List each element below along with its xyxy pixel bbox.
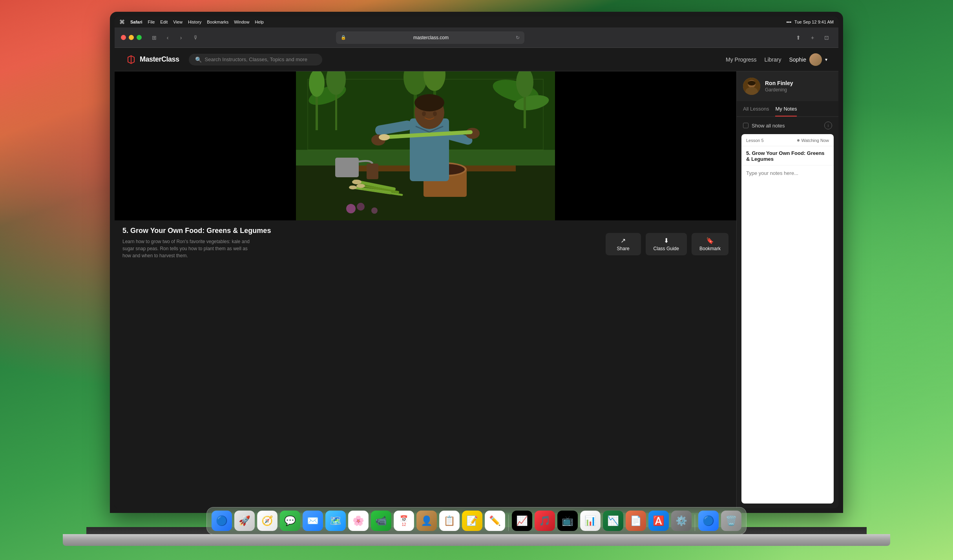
instructor-avatar [743, 78, 760, 95]
address-bar[interactable]: 🔒 masterclass.com ↻ [336, 31, 524, 44]
video-description: Learn how to grow two of Ron's favorite … [122, 238, 256, 259]
svg-point-33 [422, 111, 426, 116]
note-textarea[interactable] [741, 165, 834, 244]
user-avatar [809, 53, 822, 66]
search-bar[interactable]: 🔍 Search Instructors, Classes, Topics an… [189, 54, 322, 65]
download-icon: ⬇ [664, 237, 669, 244]
menu-window[interactable]: Window [234, 20, 249, 24]
menu-bookmarks[interactable]: Bookmarks [207, 20, 228, 24]
dock-trash[interactable]: 🗑️ [721, 511, 741, 531]
chevron-down-icon: ▾ [825, 57, 827, 62]
dock-contacts[interactable]: 👤 [416, 511, 437, 531]
lesson-label: Lesson 5 [746, 138, 764, 143]
sidebar-toggle[interactable]: ⊞ [149, 32, 160, 43]
video-actions: ↗ Share ⬇ Class Guide 🔖 [606, 233, 728, 255]
dock-clean[interactable]: 🔵 [698, 511, 719, 531]
svg-point-44 [357, 203, 365, 211]
watching-label: Watching Now [797, 138, 829, 143]
dock-tv[interactable]: 📺 [557, 511, 578, 531]
video-title: 5. Grow Your Own Food: Greens & Legumes [122, 227, 271, 235]
dock-freeform[interactable]: ✏️ [485, 511, 505, 531]
dock-stocks[interactable]: 📈 [512, 511, 532, 531]
avatar-image [809, 53, 822, 66]
bookmark-button[interactable]: 🔖 Bookmark [692, 233, 728, 255]
user-name: Sophie [789, 56, 806, 63]
dock-numbers[interactable]: 📉 [603, 511, 623, 531]
minimize-button[interactable] [129, 35, 134, 40]
tab-my-notes[interactable]: My Notes [775, 106, 797, 116]
user-menu[interactable]: Sophie ▾ [789, 53, 827, 66]
dock-reminders[interactable]: 📋 [439, 511, 460, 531]
back-button[interactable]: ‹ [162, 32, 173, 43]
instructor-name: Ron Finley [765, 80, 793, 86]
dock-calendar[interactable]: 📅12 [394, 511, 414, 531]
dock-maps[interactable]: 🗺️ [325, 511, 346, 531]
tab-overview-button[interactable]: ⊡ [821, 32, 832, 43]
instructor-subject: Gardening [765, 87, 793, 93]
notes-header: Show all notes i [737, 117, 838, 134]
new-tab-button[interactable]: + [807, 32, 818, 43]
menu-edit[interactable]: Edit [160, 20, 168, 24]
svg-rect-41 [335, 158, 359, 177]
info-icon[interactable]: i [824, 122, 832, 129]
note-card: Lesson 5 Watching Now 5. Grow Your Own F… [741, 134, 834, 504]
dock-facetime[interactable]: 📹 [371, 511, 391, 531]
laptop-body: ⌘ Safari File Edit View History Bookmark… [110, 12, 843, 513]
show-all-checkbox[interactable] [743, 123, 749, 128]
svg-point-45 [371, 207, 378, 214]
dock-messages[interactable]: 💬 [280, 511, 300, 531]
sidebar-tabs: All Lessons My Notes [737, 101, 838, 117]
show-all-label: Show all notes [743, 123, 785, 129]
dock-safari[interactable]: 🧭 [257, 511, 278, 531]
dock-keynote[interactable]: 📊 [580, 511, 601, 531]
dock-finder[interactable]: 🔵 [212, 511, 232, 531]
library-link[interactable]: Library [765, 56, 781, 63]
class-guide-button[interactable]: ⬇ Class Guide [646, 233, 687, 255]
masterclass-logo[interactable]: MasterClass [126, 54, 179, 65]
svg-point-49 [748, 81, 756, 85]
dock: 🔵 🚀 🧭 💬 ✉️ 🗺️ 🌸 📹 📅12 👤 📋 📝 ✏️ [206, 507, 747, 535]
instructor-info: Ron Finley Gardening [765, 80, 793, 93]
svg-point-43 [346, 204, 356, 213]
dock-systemprefs[interactable]: ⚙️ [671, 511, 692, 531]
share-video-button[interactable]: ↗ Share [606, 233, 641, 255]
svg-point-29 [349, 185, 357, 189]
laptop-base [63, 534, 890, 546]
svg-point-34 [433, 111, 437, 116]
close-button[interactable] [121, 35, 126, 40]
dock-launchpad[interactable]: 🚀 [234, 511, 255, 531]
traffic-lights [121, 35, 142, 40]
dock-mail[interactable]: ✉️ [303, 511, 323, 531]
svg-rect-42 [367, 164, 378, 179]
dock-music[interactable]: 🎵 [535, 511, 555, 531]
menu-history[interactable]: History [188, 20, 201, 24]
tab-all-lessons[interactable]: All Lessons [743, 106, 769, 116]
lock-icon: 🔒 [341, 35, 346, 40]
my-progress-link[interactable]: My Progress [726, 56, 757, 63]
dock-notes[interactable]: 📝 [462, 511, 482, 531]
reload-button[interactable]: ↻ [516, 35, 520, 40]
dock-pages[interactable]: 📄 [626, 511, 646, 531]
instructor-avatar-svg [743, 78, 760, 95]
dock-appstore[interactable]: 🅰️ [648, 511, 669, 531]
video-info: 5. Grow Your Own Food: Greens & Legumes … [115, 220, 736, 508]
svg-point-32 [414, 94, 444, 111]
forward-button[interactable]: › [175, 32, 186, 43]
menu-view[interactable]: View [173, 20, 183, 24]
menu-file[interactable]: File [148, 20, 155, 24]
menubar-left: ⌘ Safari File Edit View History Bookmark… [119, 19, 264, 25]
browser-chrome: ⊞ ‹ › 🎙 🔒 masterclass.com ↻ ⬆ + ⊡ [115, 27, 838, 48]
watching-text: Watching Now [801, 138, 829, 143]
svg-point-28 [356, 184, 365, 188]
apple-menu[interactable]: ⌘ [119, 19, 125, 25]
menu-safari[interactable]: Safari [130, 20, 142, 24]
dock-photos[interactable]: 🌸 [348, 511, 369, 531]
video-section: 5. Grow Your Own Food: Greens & Legumes … [115, 71, 736, 508]
menu-help[interactable]: Help [255, 20, 264, 24]
share-button[interactable]: ⬆ [793, 32, 804, 43]
class-guide-label: Class Guide [654, 246, 679, 251]
sidebar: Ron Finley Gardening All Lessons My Note… [736, 71, 838, 508]
video-player[interactable] [115, 71, 736, 220]
microphone-icon[interactable]: 🎙 [192, 34, 200, 42]
maximize-button[interactable] [137, 35, 142, 40]
